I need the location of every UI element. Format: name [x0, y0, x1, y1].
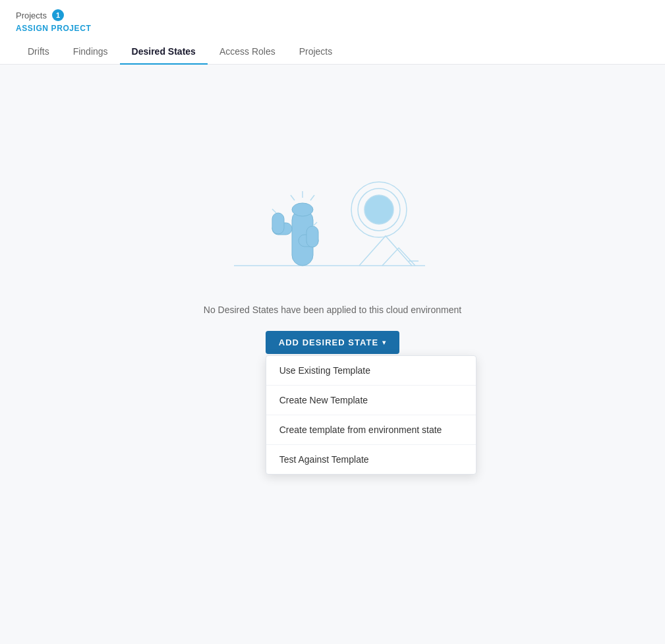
- tab-findings[interactable]: Findings: [61, 40, 120, 65]
- tab-access-roles[interactable]: Access Roles: [208, 40, 287, 65]
- projects-label: Projects: [16, 11, 47, 20]
- projects-row: Projects 1: [16, 9, 649, 21]
- add-desired-state-wrapper: ADD DESIRED STATE ▾ Use Existing Templat…: [266, 331, 400, 354]
- dropdown-item-use-existing[interactable]: Use Existing Template: [266, 356, 476, 386]
- svg-line-13: [310, 195, 314, 200]
- add-desired-state-button[interactable]: ADD DESIRED STATE ▾: [266, 331, 400, 354]
- empty-message: No Desired States have been applied to t…: [204, 305, 461, 315]
- dropdown-item-test-against[interactable]: Test Against Template: [266, 445, 476, 474]
- svg-line-14: [272, 209, 276, 213]
- tabs-nav: DriftsFindingsDesired StatesAccess Roles…: [16, 40, 649, 64]
- chevron-down-icon: ▾: [382, 339, 386, 346]
- tab-desired-states[interactable]: Desired States: [120, 40, 208, 65]
- svg-rect-10: [306, 226, 318, 247]
- svg-point-4: [364, 195, 393, 224]
- dropdown-menu: Use Existing TemplateCreate New Template…: [266, 355, 477, 475]
- svg-point-6: [292, 203, 313, 216]
- projects-badge: 1: [52, 9, 64, 21]
- main-content: No Desired States have been applied to t…: [0, 65, 665, 605]
- add-button-label: ADD DESIRED STATE: [279, 337, 379, 347]
- empty-state-illustration: [221, 157, 445, 289]
- top-bar: Projects 1 ASSIGN PROJECT DriftsFindings…: [0, 0, 665, 65]
- svg-line-12: [291, 195, 295, 200]
- svg-line-15: [313, 222, 317, 226]
- tab-projects[interactable]: Projects: [287, 40, 345, 65]
- dropdown-item-create-from-env[interactable]: Create template from environment state: [266, 415, 476, 445]
- svg-rect-8: [272, 213, 284, 234]
- tab-drifts[interactable]: Drifts: [16, 40, 61, 65]
- dropdown-item-create-new[interactable]: Create New Template: [266, 386, 476, 415]
- assign-project-link[interactable]: ASSIGN PROJECT: [16, 24, 649, 33]
